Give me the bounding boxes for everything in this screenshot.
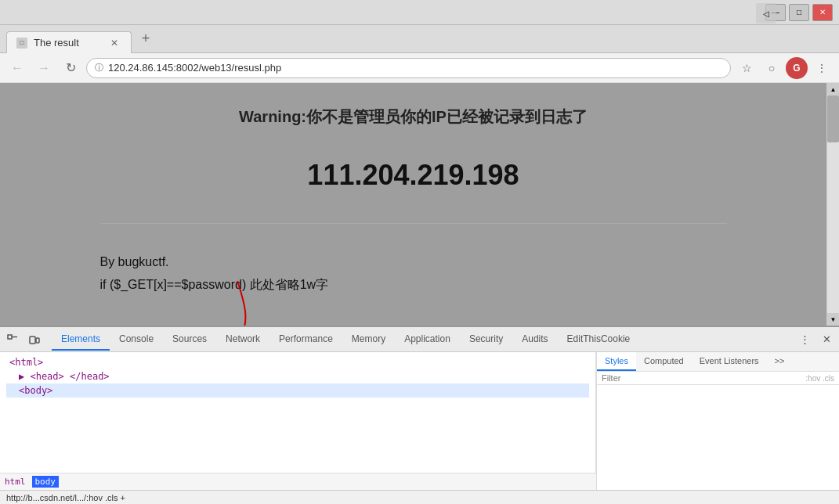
scroll-thumb[interactable] <box>827 95 839 142</box>
webpage: Warning:你不是管理员你的IP已经被记录到日志了 111.204.219.… <box>0 83 826 326</box>
devtools-breadcrumb: html body <box>0 473 596 490</box>
circle-icon[interactable]: ○ <box>761 57 783 79</box>
svg-rect-2 <box>30 337 35 344</box>
tab-memory[interactable]: Memory <box>342 329 395 351</box>
html-line-body[interactable]: <body> <box>6 383 589 398</box>
new-tab-button[interactable]: + <box>135 27 157 49</box>
avatar-icon[interactable]: G <box>786 57 808 79</box>
code-text: if ($_GET[x]==$password) 此处省略1w字 <box>100 277 727 293</box>
maximize-button[interactable]: □ <box>789 4 809 21</box>
page-divider <box>100 223 727 224</box>
warning-text: Warning:你不是管理员你的IP已经被记录到日志了 <box>100 106 727 128</box>
tab-sources[interactable]: Sources <box>163 329 216 351</box>
url-status-bar: http://b...csdn.net/l.../:hov .cls + <box>0 490 839 504</box>
title-bar: — □ ✕ <box>0 0 839 25</box>
html-line-html[interactable]: <html> <box>6 355 589 369</box>
device-toolbar-button[interactable] <box>25 330 44 349</box>
breadcrumb-body[interactable]: body <box>32 476 60 488</box>
tab-application[interactable]: Application <box>395 329 460 351</box>
forward-button[interactable]: → <box>33 57 55 79</box>
styles-tab-event-listeners[interactable]: Event Listeners <box>692 352 767 371</box>
devtools-body: <html> ▶ <head> </head> <body> html <box>0 352 839 490</box>
browser-window: — □ ✕ □ The result ✕ + ◁ ← → ↻ ⓘ 120.24.… <box>0 0 839 504</box>
html-line-head[interactable]: ▶ <head> </head> <box>6 369 589 383</box>
styles-panel: Styles Computed Event Listeners >> :hov … <box>596 352 839 490</box>
menu-icon[interactable]: ⋮ <box>811 57 833 79</box>
content-area: Warning:你不是管理员你的IP已经被记录到日志了 111.204.219.… <box>0 83 839 504</box>
devtools-close-button[interactable]: ✕ <box>817 330 836 349</box>
more-tools-button[interactable]: ⋮ <box>795 330 814 349</box>
tab-security[interactable]: Security <box>460 329 512 351</box>
tab-favicon: □ <box>16 38 27 49</box>
tab-editthiscookie[interactable]: EditThisCookie <box>558 329 640 351</box>
inspect-element-button[interactable] <box>3 330 22 349</box>
breadcrumb-html[interactable]: html <box>5 477 26 487</box>
star-icon[interactable]: ☆ <box>736 57 758 79</box>
styles-tab-computed[interactable]: Computed <box>636 352 692 371</box>
lock-icon: ⓘ <box>95 62 103 74</box>
address-bar: ← → ↻ ⓘ 120.24.86.145:8002/web13/resusl.… <box>0 53 839 83</box>
tab-close-button[interactable]: ✕ <box>110 38 118 49</box>
scroll-up-button[interactable]: ▲ <box>827 83 839 95</box>
back-button[interactable]: ← <box>6 57 28 79</box>
devtools-elements-section: <html> ▶ <head> </head> <body> html <box>0 352 596 490</box>
tab-console[interactable]: Console <box>110 329 163 351</box>
svg-rect-0 <box>8 335 12 339</box>
address-bar-actions: ☆ ○ G ⋮ <box>736 57 833 79</box>
devtools-panel: Elements Console Sources Network Perform… <box>0 326 839 490</box>
tab-audits[interactable]: Audits <box>512 329 557 351</box>
tab-label: The result <box>34 37 79 49</box>
styles-tab-more[interactable]: >> <box>767 352 793 371</box>
webpage-wrapper: Warning:你不是管理员你的IP已经被记录到日志了 111.204.219.… <box>0 83 839 326</box>
elements-panel: <html> ▶ <head> </head> <body> <box>0 352 596 473</box>
url-bar[interactable]: ⓘ 120.24.86.145:8002/web13/resusl.php <box>86 58 731 78</box>
filter-input[interactable] <box>602 373 802 383</box>
devtools-tabs: Elements Console Sources Network Perform… <box>52 329 794 351</box>
tab-network[interactable]: Network <box>216 329 269 351</box>
tab-move-left[interactable]: ◁ <box>756 3 776 23</box>
filter-options: :hov .cls <box>805 374 834 383</box>
svg-rect-3 <box>36 338 39 343</box>
close-button[interactable]: ✕ <box>812 4 833 21</box>
styles-tab-styles[interactable]: Styles <box>597 352 636 371</box>
scroll-track[interactable] <box>827 95 839 313</box>
browser-tab[interactable]: □ The result ✕ <box>6 31 132 53</box>
scroll-down-button[interactable]: ▼ <box>827 313 839 326</box>
tab-performance[interactable]: Performance <box>269 329 342 351</box>
webpage-inner: Warning:你不是管理员你的IP已经被记录到日志了 111.204.219.… <box>100 106 727 293</box>
tab-bar: □ The result ✕ + ◁ <box>0 25 839 53</box>
url-text: 120.24.86.145:8002/web13/resusl.php <box>108 62 281 74</box>
filter-bar: :hov .cls <box>597 372 839 385</box>
devtools-toolbar: Elements Console Sources Network Perform… <box>0 327 839 352</box>
ip-address: 111.204.219.198 <box>100 159 727 192</box>
devtools-actions: ⋮ ✕ <box>795 330 836 349</box>
webpage-scrollbar[interactable]: ▲ ▼ <box>826 83 839 326</box>
styles-content <box>597 385 839 490</box>
devtools-toolbar-left <box>3 330 44 349</box>
tab-elements[interactable]: Elements <box>52 329 110 351</box>
code-snippet: if ($_GET[x]==$password) 此处省略1w字 <box>100 278 329 291</box>
url-status-text: http://b...csdn.net/l.../:hov .cls + <box>6 493 125 502</box>
by-text: By bugkuctf. <box>100 255 727 269</box>
styles-tabs: Styles Computed Event Listeners >> <box>597 352 839 372</box>
refresh-button[interactable]: ↻ <box>60 57 81 79</box>
